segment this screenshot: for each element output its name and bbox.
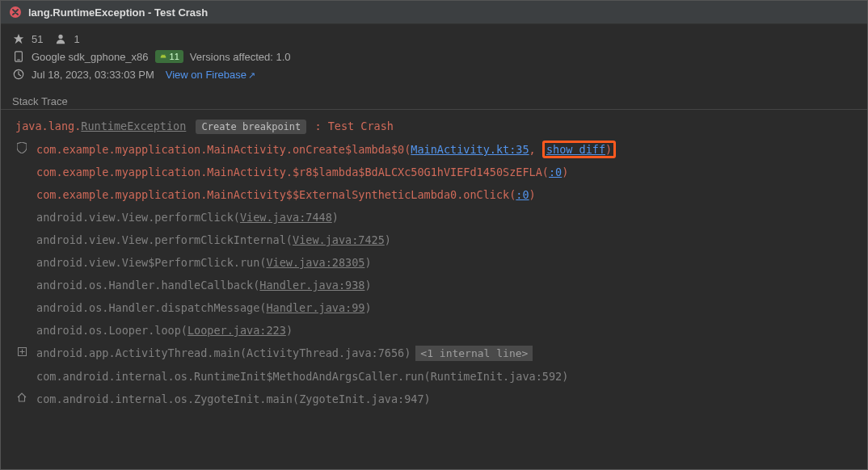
stack-trace: java.lang.RuntimeException Create breakp… bbox=[1, 111, 867, 418]
exception-line: java.lang.RuntimeException Create breakp… bbox=[15, 115, 859, 138]
open-paren: ( bbox=[542, 166, 549, 178]
frame-method: android.view.View$PerformClick.run bbox=[36, 256, 259, 269]
frame-method: com.android.internal.os.ZygoteInit.main bbox=[36, 392, 293, 405]
close-paren: ) bbox=[364, 279, 371, 292]
error-icon bbox=[9, 6, 22, 19]
close-paren: ) bbox=[562, 166, 568, 178]
frame-method: android.view.View.performClick bbox=[36, 211, 234, 224]
exception-colon: : bbox=[314, 120, 327, 132]
show-diff-highlight: show diff) bbox=[542, 141, 616, 158]
source-location: RuntimeInit.java:592 bbox=[431, 370, 563, 383]
panel-title: lang.RuntimeException - Test Crash bbox=[28, 6, 208, 19]
separator: , bbox=[529, 143, 542, 156]
timestamp: Jul 18, 2023, 03:33:03 PM bbox=[32, 69, 154, 81]
open-paren: ( bbox=[181, 324, 188, 337]
timestamp-row: Jul 18, 2023, 03:33:03 PM View on Fireba… bbox=[12, 68, 856, 81]
close-paren: ) bbox=[529, 188, 536, 201]
frame-method: com.example.myapplication.MainActivity.$… bbox=[36, 166, 542, 178]
stack-frame: com.example.myapplication.MainActivity$$… bbox=[15, 183, 859, 206]
source-link[interactable]: :0 bbox=[516, 188, 529, 201]
android-version-text: 11 bbox=[170, 52, 179, 61]
user-count-icon bbox=[54, 32, 67, 45]
close-paren: ) bbox=[385, 233, 391, 246]
android-icon bbox=[159, 52, 167, 61]
stack-frame: android.os.Looper.loop(Looper.java:223) bbox=[15, 319, 859, 342]
open-paren: ( bbox=[240, 346, 246, 359]
crash-count-icon bbox=[12, 32, 25, 45]
source-link[interactable]: View.java:28305 bbox=[266, 256, 364, 269]
crash-count: 51 bbox=[32, 33, 43, 45]
open-paren: ( bbox=[293, 392, 299, 405]
internal-lines-badge[interactable]: <1 internal line> bbox=[415, 346, 533, 361]
close-paren: ) bbox=[364, 256, 371, 269]
device-name: Google sdk_gphone_x86 bbox=[32, 51, 149, 63]
close-paren: ) bbox=[286, 324, 293, 337]
source-location: ZygoteInit.java:947 bbox=[299, 392, 423, 405]
close-paren: ) bbox=[332, 211, 339, 224]
source-link[interactable]: :0 bbox=[549, 166, 562, 178]
exception-name[interactable]: RuntimeException bbox=[81, 120, 186, 132]
show-diff-link[interactable]: show diff bbox=[546, 143, 605, 156]
close-paren: ) bbox=[605, 143, 612, 156]
exception-prefix: java.lang. bbox=[15, 120, 81, 132]
source-link[interactable]: View.java:7425 bbox=[293, 233, 385, 246]
stack-frame: android.view.View.performClick(View.java… bbox=[15, 206, 859, 229]
device-icon bbox=[12, 50, 25, 63]
source-link[interactable]: Handler.java:938 bbox=[259, 279, 364, 292]
open-paren: ( bbox=[424, 370, 431, 383]
frame-method: android.os.Handler.handleCallback bbox=[36, 279, 253, 292]
svg-point-1 bbox=[59, 35, 63, 39]
stack-frame: com.android.internal.os.RuntimeInit$Meth… bbox=[15, 365, 859, 388]
open-paren: ( bbox=[286, 233, 293, 246]
user-count: 1 bbox=[74, 33, 79, 45]
device-row: Google sdk_gphone_x86 11 Versions affect… bbox=[12, 50, 856, 63]
exception-message: Test Crash bbox=[328, 120, 394, 132]
view-on-firebase-text: View on Firebase bbox=[166, 69, 246, 81]
stack-frame: android.view.View.performClickInternal(V… bbox=[15, 229, 859, 251]
open-paren: ( bbox=[234, 211, 240, 224]
stack-frame: com.example.myapplication.MainActivity.o… bbox=[15, 138, 859, 161]
frame-method: android.os.Looper.loop bbox=[36, 324, 181, 337]
svg-rect-3 bbox=[17, 60, 20, 61]
stack-frame: android.os.Handler.dispatchMessage(Handl… bbox=[15, 296, 859, 319]
counts-row: 51 1 bbox=[12, 32, 856, 45]
stack-trace-heading: Stack Trace bbox=[1, 89, 867, 110]
versions-affected: Versions affected: 1.0 bbox=[190, 51, 291, 63]
create-breakpoint-button[interactable]: Create breakpoint bbox=[196, 120, 306, 134]
close-paren: ) bbox=[364, 301, 371, 314]
frame-method: com.example.myapplication.MainActivity.o… bbox=[36, 143, 404, 156]
source-link[interactable]: MainActivity.kt:35 bbox=[411, 143, 529, 156]
external-link-icon: ↗ bbox=[248, 70, 255, 80]
stack-frame: android.view.View$PerformClick.run(View.… bbox=[15, 251, 859, 274]
stack-frame: android.app.ActivityThread.main(Activity… bbox=[15, 342, 859, 365]
view-on-firebase-link[interactable]: View on Firebase↗ bbox=[166, 69, 255, 81]
panel-header: lang.RuntimeException - Test Crash bbox=[1, 1, 867, 24]
source-link[interactable]: Looper.java:223 bbox=[188, 324, 286, 337]
frame-method: android.os.Handler.dispatchMessage bbox=[36, 301, 259, 314]
stack-frame: android.os.Handler.handleCallback(Handle… bbox=[15, 274, 859, 296]
stack-frame: com.android.internal.os.ZygoteInit.main(… bbox=[15, 388, 859, 410]
source-location: ActivityThread.java:7656 bbox=[246, 346, 404, 359]
close-paren: ) bbox=[562, 370, 568, 383]
frame-method: com.example.myapplication.MainActivity$$… bbox=[36, 188, 509, 201]
crash-metadata: 51 1 Google sdk_gphone_x86 11 Versions a… bbox=[1, 24, 867, 89]
source-link[interactable]: View.java:7448 bbox=[240, 211, 332, 224]
frame-method: android.view.View.performClickInternal bbox=[36, 233, 286, 246]
home-icon[interactable] bbox=[15, 391, 28, 404]
close-paren: ) bbox=[424, 392, 431, 405]
android-version-badge: 11 bbox=[155, 50, 183, 63]
frame-method: android.app.ActivityThread.main bbox=[36, 346, 240, 359]
clock-icon bbox=[12, 68, 25, 81]
shield-icon[interactable] bbox=[15, 141, 28, 154]
close-paren: ) bbox=[404, 346, 411, 359]
expand-icon[interactable] bbox=[15, 345, 28, 358]
stack-frame: com.example.myapplication.MainActivity.$… bbox=[15, 161, 859, 183]
source-link[interactable]: Handler.java:99 bbox=[266, 301, 364, 314]
frame-method: com.android.internal.os.RuntimeInit$Meth… bbox=[36, 370, 424, 383]
